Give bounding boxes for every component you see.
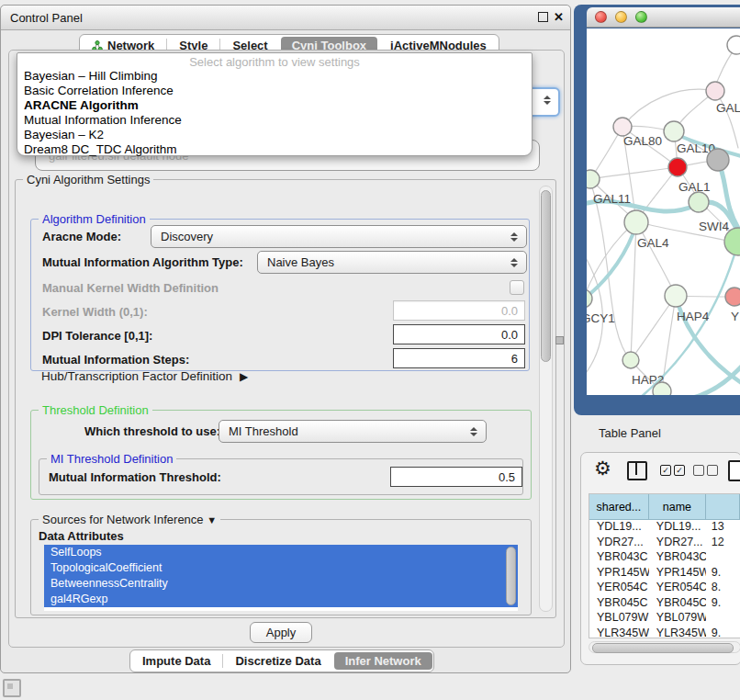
network-node[interactable] <box>727 36 740 54</box>
table-row[interactable]: YPR145WYPR145W9. <box>589 566 740 581</box>
mi-threshold-value: 0.5 <box>499 470 515 484</box>
mac-close-icon[interactable] <box>595 11 607 23</box>
data-attribute-item[interactable]: SelfLoops <box>44 545 518 560</box>
table-row[interactable]: YDR27...YDR27...12 <box>589 536 740 551</box>
algorithm-option[interactable]: Bayesian – K2 <box>17 128 532 142</box>
network-node-gal4[interactable] <box>624 210 648 234</box>
table-header-row: shared...name <box>589 494 740 520</box>
table-row[interactable]: YBR043CYBR043C <box>589 550 740 566</box>
data-attributes-list[interactable]: SelfLoopsTopologicalCoefficientBetweenne… <box>44 545 518 611</box>
tab-discretize-data[interactable]: Discretize Data <box>224 652 331 670</box>
algorithm-option[interactable]: Bayesian – Hill Climbing <box>17 69 532 84</box>
table-cell: YBR043C <box>649 550 706 566</box>
table-row[interactable]: YBR045CYBR045C9. <box>589 596 740 612</box>
tab-infer-network[interactable]: Infer Network <box>334 652 432 670</box>
new-table-icon[interactable] <box>728 460 740 481</box>
split-columns-icon[interactable] <box>627 461 647 480</box>
table-cell <box>706 550 740 566</box>
network-node-gal11[interactable] <box>587 170 600 188</box>
select-all-columns-icon[interactable]: ✓ ✓ <box>660 465 685 476</box>
network-edge <box>590 167 678 179</box>
network-node-label: SWI4 <box>699 220 729 233</box>
network-node-label: Y <box>731 310 739 323</box>
network-node-gal1[interactable] <box>668 158 687 176</box>
mi-algorithm-type-label: Mutual Information Algorithm Type: <box>42 255 243 269</box>
table-row[interactable]: YER054CYER054C8. <box>589 581 740 596</box>
mac-minimize-icon[interactable] <box>615 11 627 23</box>
table-column-header[interactable]: name <box>649 494 706 519</box>
table-column-header[interactable] <box>706 494 740 519</box>
network-node-hap4[interactable] <box>665 285 687 307</box>
table-panel-window: ⚙ ✓ ✓ shared...name YDL19...YDL19...13YD… <box>580 452 740 665</box>
which-threshold-label: Which threshold to use: <box>84 424 220 438</box>
dpi-tolerance-label: DPI Tolerance [0,1]: <box>42 329 152 343</box>
data-attribute-item[interactable]: TopologicalCoefficient <box>44 560 518 576</box>
manual-kernel-width-checkbox[interactable] <box>510 280 524 295</box>
network-canvas[interactable]: GALGAL80GAL10GAL1GAL11SWI4GAL4GCY1HAP4YH… <box>587 28 740 395</box>
splitter-handle-icon[interactable] <box>555 336 564 344</box>
table-column-header[interactable]: shared... <box>589 494 649 519</box>
float-window-icon[interactable] <box>538 12 548 22</box>
algorithm-option[interactable]: Basic Correlation Inference <box>17 84 532 98</box>
mi-steps-field[interactable]: 6 <box>393 348 525 368</box>
kernel-width-value: 0.0 <box>501 304 518 318</box>
manual-kernel-width-label: Manual Kernel Width Definition <box>42 281 219 295</box>
settings-scrollbar-thumb[interactable] <box>541 190 551 362</box>
algorithm-option[interactable]: ARACNE Algorithm <box>17 98 532 113</box>
network-node-gal[interactable] <box>706 82 724 100</box>
network-node-y[interactable] <box>725 288 740 306</box>
sources-title[interactable]: Sources for Network Inference ▼ <box>39 513 220 526</box>
table-cell: YPR145W <box>649 566 706 581</box>
table-cell: YBL079W <box>649 611 706 627</box>
tab-label: Discretize Data <box>235 654 320 668</box>
kernel-width-field[interactable]: 0.0 <box>393 300 525 321</box>
network-node[interactable] <box>653 382 671 395</box>
which-threshold-combo[interactable]: MI Threshold <box>219 420 487 443</box>
network-edge <box>587 221 636 299</box>
threshold-definition-group: Threshold Definition Which threshold to … <box>30 410 532 500</box>
deselect-all-columns-icon[interactable] <box>693 465 718 476</box>
network-node-gal10[interactable] <box>664 121 684 141</box>
table-hscrollbar-thumb[interactable] <box>592 643 734 653</box>
kernel-width-label: Kernel Width (0,1): <box>42 305 148 319</box>
tab-label: Infer Network <box>345 654 421 668</box>
data-attribute-item[interactable]: gal4RGexp <box>44 592 518 607</box>
hub-definition-toggle[interactable]: Hub/Transcription Factor Definition ▶ <box>41 369 248 383</box>
settings-scrollbar-track[interactable] <box>539 186 553 612</box>
hub-definition-label: Hub/Transcription Factor Definition <box>41 369 232 383</box>
apply-button[interactable]: Apply <box>250 622 312 643</box>
table-row[interactable]: YDL19...YDL19...13 <box>589 520 740 536</box>
dpi-tolerance-field[interactable]: 0.0 <box>393 324 525 344</box>
table-row[interactable]: YLR345WYLR345W9. <box>589 627 740 639</box>
table-row[interactable]: YBL079WYBL079W <box>589 611 740 627</box>
table-hscrollbar-track[interactable] <box>589 641 740 653</box>
mi-steps-label: Mutual Information Steps: <box>42 353 189 367</box>
network-node-label: HAP4 <box>677 310 710 323</box>
algorithm-option[interactable]: Mutual Information Inference <box>17 113 532 128</box>
network-graph: GALGAL80GAL10GAL1GAL11SWI4GAL4GCY1HAP4YH… <box>587 28 740 395</box>
tab-impute-data[interactable]: Impute Data <box>131 652 221 670</box>
aracne-mode-combo[interactable]: Discovery <box>151 225 527 248</box>
close-icon[interactable]: ✕ <box>554 10 564 24</box>
algorithm-option[interactable]: Dream8 DC_TDC Algorithm <box>17 142 532 157</box>
node-table[interactable]: shared...name YDL19...YDL19...13YDR27...… <box>589 493 740 638</box>
network-node-gal80[interactable] <box>613 118 632 136</box>
data-attribute-item[interactable]: BetweennessCentrality <box>44 576 518 592</box>
table-cell <box>706 611 740 627</box>
chevron-down-icon: ▼ <box>207 514 217 525</box>
gear-icon[interactable]: ⚙ <box>594 457 611 480</box>
network-node-swi4[interactable] <box>689 192 709 212</box>
aracne-mode-value: Discovery <box>161 230 213 243</box>
network-node-label: GAL11 <box>593 192 631 206</box>
network-node[interactable] <box>707 149 729 171</box>
table-cell: 13 <box>706 520 740 536</box>
cyni-algorithm-settings-title: Cyni Algorithm Settings <box>23 173 153 186</box>
dock-panel-icon[interactable] <box>3 679 21 697</box>
mi-threshold-field[interactable]: 0.5 <box>390 467 522 487</box>
list-scrollbar-thumb[interactable] <box>506 547 516 605</box>
network-node-hap2[interactable] <box>622 352 639 368</box>
network-window-titlebar[interactable] <box>587 7 740 28</box>
mac-zoom-icon[interactable] <box>635 11 647 23</box>
screen: Control Panel ✕ NetworkStyleSelectCyni T… <box>0 0 740 700</box>
mi-algorithm-type-combo[interactable]: Naive Bayes <box>257 251 527 274</box>
